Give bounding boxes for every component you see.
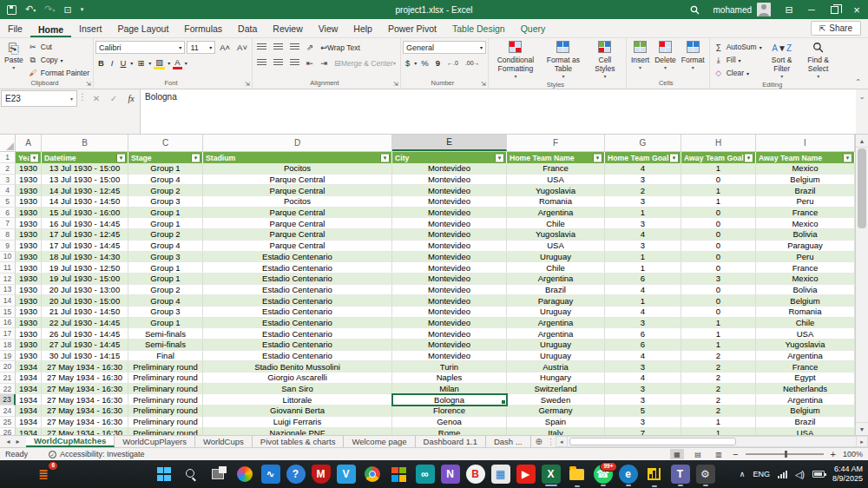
cell[interactable]: 27 May 1934 - 16:30	[42, 361, 128, 373]
cell[interactable]: Giovanni Berta	[203, 406, 392, 417]
cell[interactable]: 21 Jul 1930 - 14:50	[42, 307, 128, 318]
battery-icon[interactable]	[812, 471, 825, 478]
cell[interactable]: 2	[681, 406, 756, 417]
cell[interactable]: Chile	[507, 218, 605, 229]
format-cells-button[interactable]: Format▾	[679, 39, 707, 73]
cell[interactable]: Argentina	[507, 318, 605, 329]
filter-dropdown-icon[interactable]: ▼	[30, 153, 39, 162]
percent-style-icon[interactable]: %	[418, 56, 431, 69]
cell[interactable]: Montevideo	[392, 208, 507, 219]
zoom-slider[interactable]	[746, 453, 824, 455]
row-header-26[interactable]: 26	[0, 428, 16, 436]
cell[interactable]: 1934	[16, 384, 42, 395]
cell[interactable]: Giorgio Ascarelli	[203, 373, 392, 384]
cell[interactable]: 1934	[16, 417, 42, 428]
font-color-icon[interactable]: A	[172, 56, 182, 69]
cell[interactable]: 1930	[16, 218, 42, 229]
search-icon[interactable]	[181, 464, 201, 485]
cell[interactable]: Chile	[756, 318, 855, 329]
cell[interactable]: 2	[681, 384, 756, 395]
row-header-12[interactable]: 12	[0, 274, 16, 285]
cell[interactable]: France	[507, 163, 605, 175]
cell[interactable]: Group 3	[128, 307, 203, 318]
cell[interactable]: Group 1	[128, 163, 203, 175]
volume-icon[interactable]: ◁)	[795, 470, 805, 479]
cell[interactable]: Yugoslavia	[507, 229, 605, 241]
cell[interactable]: Estadio Centenario	[203, 318, 392, 329]
cell[interactable]: 1	[681, 340, 756, 351]
collapse-formula-bar-icon[interactable]: ⌄	[856, 89, 868, 134]
cell[interactable]: 0	[681, 229, 756, 241]
cell[interactable]: 30 Jul 1930 - 14:15	[42, 351, 128, 362]
cell[interactable]: Estadio Centenario	[203, 262, 392, 274]
filter-dropdown-icon[interactable]: ▼	[191, 153, 201, 162]
cell[interactable]: Uruguay	[507, 252, 605, 263]
row-header-19[interactable]: 19	[0, 351, 16, 362]
cell[interactable]: 2	[681, 361, 756, 373]
column-header-A[interactable]: A	[16, 135, 42, 151]
font-family-combo[interactable]: Calibri▾	[95, 41, 185, 54]
decrease-indent-icon[interactable]: ⇤	[304, 56, 316, 69]
cell[interactable]: Montevideo	[392, 285, 507, 296]
normal-view-icon[interactable]: ▦	[670, 449, 684, 459]
ribbon-tab-power-pivot[interactable]: Power Pivot	[380, 21, 444, 37]
cell[interactable]: 17 Jul 1930 - 12:45	[42, 229, 128, 241]
edge-icon[interactable]: e	[619, 465, 638, 484]
search-icon[interactable]	[684, 0, 707, 19]
cell[interactable]: Parque Central	[203, 175, 392, 186]
column-header-I[interactable]: I	[756, 135, 855, 151]
delete-cells-button[interactable]: Delete▾	[652, 39, 679, 73]
cell[interactable]: Austria	[507, 361, 605, 373]
cell[interactable]: 1930	[16, 241, 42, 252]
format-painter-button[interactable]: 🖌Format Painter	[26, 67, 91, 79]
cell[interactable]: 27 May 1934 - 16:30	[42, 394, 128, 406]
decrease-decimal-icon[interactable]: .00→	[463, 56, 483, 69]
cell[interactable]: 3	[605, 361, 681, 373]
cell[interactable]: 0	[681, 252, 756, 263]
cell[interactable]: 4	[605, 307, 681, 318]
cell[interactable]: Preliminary round	[128, 384, 203, 395]
page-break-view-icon[interactable]: ▥	[712, 449, 726, 459]
sheet-tab-welcome-page[interactable]: Welcome page	[344, 436, 415, 447]
cell[interactable]: Uruguay	[507, 307, 605, 318]
cell[interactable]: Estadio Centenario	[203, 252, 392, 263]
column-header-F[interactable]: F	[507, 135, 605, 151]
cell[interactable]: Rome	[392, 428, 507, 436]
cell[interactable]: Germany	[507, 406, 605, 417]
cell[interactable]: France	[756, 208, 855, 219]
cell[interactable]: 1930	[16, 318, 42, 329]
cell[interactable]: Montevideo	[392, 307, 507, 318]
cell[interactable]: Montevideo	[392, 351, 507, 362]
cell[interactable]: 1930	[16, 285, 42, 296]
cell[interactable]: Group 4	[128, 241, 203, 252]
cell[interactable]: Belgium	[756, 175, 855, 186]
cell[interactable]: Group 2	[128, 185, 203, 196]
cell[interactable]: Montevideo	[392, 175, 507, 186]
align-center-icon[interactable]	[271, 56, 286, 69]
cut-button[interactable]: ✂Cut	[26, 41, 91, 53]
cell[interactable]: 3	[605, 417, 681, 428]
ribbon-tab-data[interactable]: Data	[230, 21, 265, 37]
cell[interactable]: 16 Jul 1930 - 14:45	[42, 218, 128, 229]
cell[interactable]: Estadio Centenario	[203, 340, 392, 351]
row-header-8[interactable]: 8	[0, 229, 16, 241]
zoom-in-icon[interactable]: +	[831, 449, 836, 459]
row-header-11[interactable]: 11	[0, 262, 16, 274]
cell[interactable]: Final	[128, 351, 203, 362]
ribbon-display-options-icon[interactable]: ⊟	[778, 0, 800, 19]
cell[interactable]: Turin	[392, 361, 507, 373]
cell[interactable]: 0	[681, 262, 756, 274]
excel-icon[interactable]: X	[542, 465, 561, 484]
sheet-tab-worldcups[interactable]: WorldCups	[195, 436, 253, 447]
cell[interactable]: Belgium	[756, 295, 855, 307]
cell[interactable]: 3	[605, 196, 681, 208]
cell[interactable]: Estadio Centenario	[203, 295, 392, 307]
filter-dropdown-icon[interactable]: ▼	[593, 153, 602, 162]
ribbon-tab-review[interactable]: Review	[265, 21, 310, 37]
comma-style-icon[interactable]: 9	[433, 56, 443, 69]
cell[interactable]: 2	[681, 351, 756, 362]
cell[interactable]: 19 Jul 1930 - 12:50	[42, 262, 128, 274]
filter-dropdown-icon[interactable]: ▼	[116, 153, 126, 162]
cell[interactable]: Group 3	[128, 252, 203, 263]
ribbon-tab-formulas[interactable]: Formulas	[176, 21, 230, 37]
